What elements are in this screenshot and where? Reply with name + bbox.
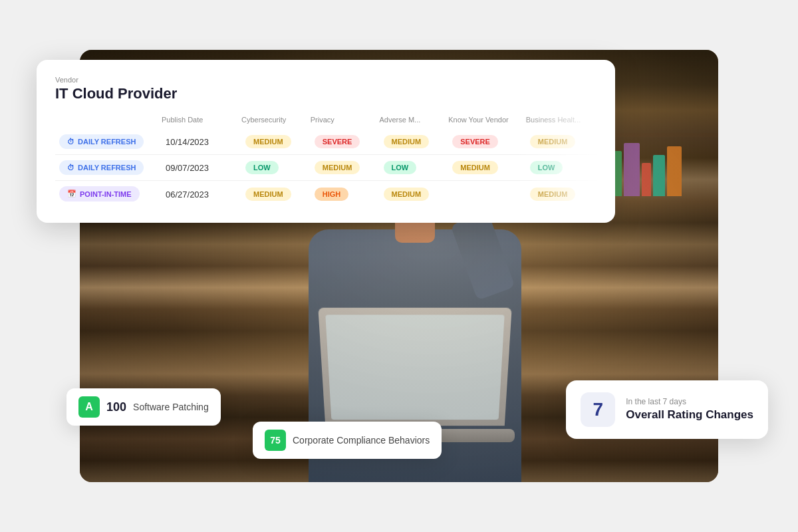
row1-business: MEDIUM [526, 129, 597, 155]
privacy-badge-2: MEDIUM [315, 161, 360, 174]
vendor-label: Vendor [55, 76, 597, 84]
rating-number: 7 [581, 392, 615, 427]
adverse-badge-1: MEDIUM [384, 135, 430, 148]
row1-know: SEVERE [448, 129, 526, 155]
table-row: ⏱ DAILY REFRESH 10/14/2023 MEDIUM SEVERE [55, 129, 597, 155]
rbook-7 [653, 155, 665, 196]
col-header-business: Business Healt... [526, 116, 597, 129]
main-wrapper: Vendor IT Cloud Provider Publish Date Cy… [0, 0, 798, 532]
row1-type-label: DAILY REFRESH [78, 138, 136, 146]
business-badge-3: MEDIUM [530, 188, 576, 201]
table-row: ⏱ DAILY REFRESH 09/07/2023 LOW MEDIUM [55, 155, 597, 181]
business-badge-1: MEDIUM [530, 135, 576, 148]
col-header-type [55, 116, 162, 129]
col-header-privacy: Privacy [311, 116, 380, 129]
patching-card: A 100 Software Patching [66, 388, 221, 426]
row1-adverse: MEDIUM [380, 129, 449, 155]
row3-date: 06/27/2023 [162, 181, 241, 207]
privacy-badge-1: SEVERE [315, 135, 360, 148]
row2-know: MEDIUM [448, 155, 526, 181]
clock-icon-1: ⏱ [67, 138, 74, 146]
patching-score: 100 [106, 400, 126, 414]
know-badge-1: SEVERE [452, 135, 498, 148]
row1-cyber: MEDIUM [241, 129, 311, 155]
row2-business: LOW [526, 155, 597, 181]
row3-adverse: MEDIUM [380, 181, 449, 207]
row2-privacy: MEDIUM [311, 155, 380, 181]
rating-title: Overall Rating Changes [626, 408, 753, 422]
clock-icon-2: ⏱ [67, 164, 74, 172]
row2-type-label: DAILY REFRESH [78, 164, 136, 172]
rbook-5 [624, 143, 640, 196]
row2-cyber: LOW [241, 155, 311, 181]
adverse-badge-2: LOW [384, 161, 417, 174]
vendor-card-content: Vendor IT Cloud Provider Publish Date Cy… [55, 76, 597, 207]
row1-type: ⏱ DAILY REFRESH [55, 129, 162, 155]
table-row: 📅 POINT-IN-TIME 06/27/2023 MEDIUM HIGH [55, 181, 597, 207]
know-badge-2: MEDIUM [452, 161, 498, 174]
rating-info: In the last 7 days Overall Rating Change… [626, 397, 753, 422]
privacy-badge-3: HIGH [315, 188, 349, 201]
vendor-name: IT Cloud Provider [55, 85, 597, 102]
row2-adverse: LOW [380, 155, 449, 181]
rbook-8 [667, 146, 682, 196]
row3-type-label: POINT-IN-TIME [80, 190, 132, 198]
col-header-adverse: Adverse M... [380, 116, 449, 129]
calendar-icon: 📅 [67, 190, 76, 198]
row2-type: ⏱ DAILY REFRESH [55, 155, 162, 181]
row3-privacy: HIGH [311, 181, 380, 207]
row1-date: 10/14/2023 [162, 129, 241, 155]
vendor-table: Publish Date Cybersecurity Privacy Adver… [55, 116, 597, 207]
row3-type: 📅 POINT-IN-TIME [55, 181, 162, 207]
cyber-badge-3: MEDIUM [245, 188, 291, 201]
compliance-card: 75 Corporate Compliance Behaviors [253, 422, 442, 459]
col-header-know: Know Your Vendor [448, 116, 526, 129]
rating-card: 7 In the last 7 days Overall Rating Chan… [566, 380, 768, 439]
adverse-badge-3: MEDIUM [384, 188, 430, 201]
laptop-screen-outer [318, 308, 511, 426]
compliance-score: 75 [265, 430, 286, 451]
row3-business: MEDIUM [526, 181, 597, 207]
col-header-cybersecurity: Cybersecurity [241, 116, 311, 129]
daily-refresh-badge-1[interactable]: ⏱ DAILY REFRESH [59, 134, 144, 149]
row1-privacy: SEVERE [311, 129, 380, 155]
cyber-badge-1: MEDIUM [245, 135, 291, 148]
daily-refresh-badge-2[interactable]: ⏱ DAILY REFRESH [59, 160, 144, 175]
laptop-screen-inner [325, 315, 504, 420]
vendor-card: Vendor IT Cloud Provider Publish Date Cy… [37, 60, 615, 223]
rbook-6 [642, 163, 651, 196]
col-header-date: Publish Date [162, 116, 241, 129]
row3-cyber: MEDIUM [241, 181, 311, 207]
cyber-badge-2: LOW [245, 161, 279, 174]
row3-know [448, 181, 526, 207]
rating-subtitle: In the last 7 days [626, 397, 753, 406]
business-badge-2: LOW [530, 161, 563, 174]
patching-label: Software Patching [133, 402, 209, 412]
row2-date: 09/07/2023 [162, 155, 241, 181]
point-in-time-badge[interactable]: 📅 POINT-IN-TIME [59, 186, 140, 201]
grade-badge: A [78, 396, 100, 418]
compliance-label: Corporate Compliance Behaviors [293, 435, 430, 446]
